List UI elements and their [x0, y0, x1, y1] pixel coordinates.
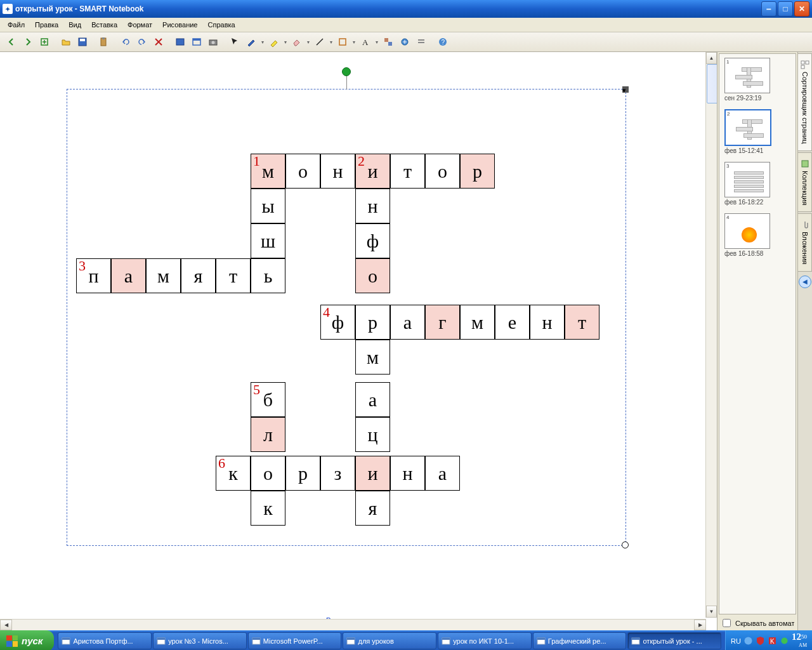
properties-button[interactable] — [414, 34, 429, 50]
crossword-cell[interactable]: н — [530, 305, 565, 340]
crossword-cell[interactable]: р — [460, 154, 495, 189]
maximize-button[interactable]: □ — [778, 1, 793, 17]
open-button[interactable] — [58, 34, 74, 50]
crossword-cell[interactable]: о — [425, 154, 460, 189]
minimize-button[interactable]: ‒ — [761, 1, 776, 17]
vertical-scrollbar[interactable]: ▲ ▼ — [705, 52, 717, 618]
crossword-cell[interactable]: н — [320, 154, 355, 189]
delete-button[interactable] — [151, 34, 166, 50]
line-dropdown[interactable]: ▾ — [329, 35, 334, 49]
crossword-cell[interactable]: м — [146, 258, 181, 293]
scroll-right-button[interactable]: ▶ — [694, 620, 706, 630]
taskbar-item[interactable]: открытый урок - ... — [627, 632, 721, 649]
crossword-cell[interactable]: т — [216, 258, 251, 293]
crossword-cell[interactable]: ф — [355, 223, 390, 258]
tab-attachments[interactable]: Вложения — [798, 213, 812, 272]
tray-network-icon[interactable] — [780, 636, 789, 646]
shape-dropdown[interactable]: ▾ — [351, 35, 357, 49]
fullscreen-button[interactable] — [189, 34, 204, 50]
prev-page-button[interactable] — [4, 34, 19, 50]
menu-edit[interactable]: Правка — [30, 20, 63, 30]
clock[interactable]: 1250AM — [792, 633, 807, 649]
crossword-cell[interactable]: т — [565, 305, 599, 340]
crossword-cell[interactable]: а — [425, 456, 460, 491]
page-thumbnail[interactable]: 1сен 29-23:19 — [719, 54, 796, 105]
help-button[interactable]: ? — [435, 34, 450, 50]
crossword-cell[interactable]: а — [355, 382, 390, 417]
crossword-cell[interactable]: л — [251, 417, 285, 452]
crossword-cell[interactable]: я — [355, 491, 390, 526]
text-tool-button[interactable]: A — [358, 34, 373, 50]
crossword-cell[interactable]: м1 — [251, 154, 285, 189]
scroll-up-button[interactable]: ▲ — [706, 52, 717, 64]
taskbar-item[interactable]: урок по ИКТ 10-1... — [438, 632, 532, 649]
crossword-cell[interactable]: ш — [251, 223, 285, 258]
crossword-cell[interactable]: г — [425, 305, 460, 340]
crossword-cell[interactable]: ц — [355, 417, 390, 452]
next-page-button[interactable] — [20, 34, 36, 50]
tray-icon[interactable] — [743, 636, 753, 646]
menu-file[interactable]: Файл — [3, 20, 30, 30]
crossword-cell[interactable]: з — [320, 456, 355, 491]
eraser-dropdown[interactable]: ▾ — [306, 35, 311, 49]
highlighter-dropdown[interactable]: ▾ — [283, 35, 288, 49]
redo-button[interactable] — [134, 34, 150, 50]
crossword-cell[interactable]: ы — [251, 189, 285, 223]
horizontal-scrollbar[interactable]: ◀ ▶ — [0, 619, 706, 630]
rotation-handle[interactable] — [342, 67, 351, 76]
menu-format[interactable]: Формат — [122, 20, 157, 30]
line-tool-button[interactable] — [312, 34, 327, 50]
capture-button[interactable] — [206, 34, 221, 50]
highlighter-tool-button[interactable] — [266, 34, 282, 50]
menu-view[interactable]: Вид — [63, 20, 86, 30]
crossword-cell[interactable]: о — [355, 258, 390, 293]
start-button[interactable]: пуск — [0, 630, 54, 650]
close-button[interactable]: ✕ — [794, 1, 809, 17]
new-page-button[interactable] — [37, 34, 52, 50]
page-thumbnail[interactable]: 4фев 16-18:58 — [719, 209, 796, 261]
tab-gallery[interactable]: Коллекция — [798, 152, 812, 212]
crossword-cell[interactable]: м — [460, 305, 495, 340]
menu-draw[interactable]: Рисование — [157, 20, 202, 30]
crossword-cell[interactable]: н — [390, 456, 425, 491]
tray-antivirus-icon[interactable]: K — [768, 636, 777, 646]
resize-handle[interactable] — [622, 541, 629, 548]
language-indicator[interactable]: RU — [731, 637, 741, 645]
pen-dropdown[interactable]: ▾ — [260, 35, 265, 49]
crossword-cell[interactable]: и — [355, 456, 390, 491]
undo-button[interactable] — [118, 34, 133, 50]
page-thumbnail[interactable]: 2фев 15-12:41 — [719, 105, 796, 158]
scroll-down-button[interactable]: ▼ — [706, 606, 717, 618]
taskbar-item[interactable]: для уроков — [343, 632, 436, 649]
crossword-cell[interactable]: н — [355, 189, 390, 223]
pen-tool-button[interactable] — [244, 34, 259, 50]
crossword-cell[interactable]: м — [355, 340, 390, 375]
crossword-cell[interactable]: а — [111, 258, 146, 293]
paste-button[interactable] — [96, 34, 112, 50]
scroll-thumb[interactable] — [707, 64, 717, 103]
taskbar-item[interactable]: Microsoft PowerP... — [248, 632, 342, 649]
save-button[interactable] — [75, 34, 90, 50]
page-thumbnail[interactable]: 3фев 16-18:22 — [719, 158, 796, 209]
system-tray[interactable]: RU K 1250AM — [725, 630, 812, 650]
crossword-cell[interactable]: п3 — [76, 258, 111, 293]
crossword-cell[interactable]: б5 — [251, 382, 285, 417]
collapse-panel-button[interactable]: ◀ — [799, 275, 811, 288]
select-tool-button[interactable] — [227, 34, 242, 50]
crossword-cell[interactable]: т — [390, 154, 425, 189]
crossword-cell[interactable]: я — [181, 258, 216, 293]
menu-help[interactable]: Справка — [203, 20, 240, 30]
text-dropdown[interactable]: ▾ — [374, 35, 379, 49]
crossword-cell[interactable]: и2 — [355, 154, 390, 189]
crossword-cell[interactable]: р — [355, 305, 390, 340]
crossword-cell[interactable]: о — [285, 154, 320, 189]
fill-tool-button[interactable] — [381, 34, 396, 50]
tab-page-sorter[interactable]: Сортировщик страниц — [798, 53, 812, 151]
hide-auto-checkbox[interactable] — [723, 619, 731, 627]
crossword-cell[interactable]: ф4 — [320, 305, 355, 340]
taskbar-item[interactable]: Графический ре... — [533, 632, 627, 649]
crossword-cell[interactable]: о — [251, 456, 285, 491]
taskbar-item[interactable]: Аристова Портф... — [58, 632, 152, 649]
scroll-left-button[interactable]: ◀ — [0, 620, 12, 630]
crossword-cell[interactable]: к — [251, 491, 285, 526]
